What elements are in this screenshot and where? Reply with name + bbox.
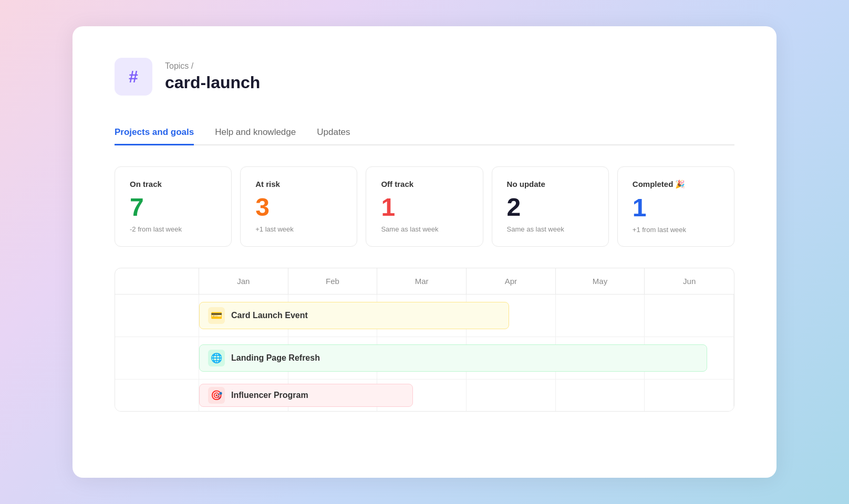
at-risk-sub: +1 last week bbox=[255, 225, 342, 233]
gantt-month-feb: Feb bbox=[288, 268, 378, 294]
tab-help[interactable]: Help and knowledge bbox=[215, 121, 296, 145]
gantt-chart: Jan Feb Mar Apr May Jun 💳 Card Launch Ev… bbox=[115, 268, 734, 412]
at-risk-label: At risk bbox=[255, 180, 342, 188]
influencer-name: Influencer Program bbox=[231, 391, 308, 400]
page-header: # Topics / card-launch bbox=[115, 58, 734, 96]
gantt-row-influencer[interactable]: 🎯 Influencer Program bbox=[115, 380, 734, 411]
landing-page-name: Landing Page Refresh bbox=[231, 353, 320, 363]
status-card-at-risk: At risk 3 +1 last week bbox=[240, 166, 357, 247]
completed-label: Completed 🎉 bbox=[633, 180, 719, 189]
gantt-row-card-launch[interactable]: 💳 Card Launch Event bbox=[115, 295, 734, 337]
gantt-month-apr: Apr bbox=[467, 268, 556, 294]
card-launch-name: Card Launch Event bbox=[231, 311, 308, 320]
off-track-number: 1 bbox=[381, 195, 468, 220]
status-cards-container: On track 7 -2 from last week At risk 3 +… bbox=[115, 166, 734, 247]
gantt-month-may: May bbox=[556, 268, 645, 294]
influencer-icon: 🎯 bbox=[208, 387, 225, 404]
at-risk-number: 3 bbox=[255, 195, 342, 220]
header-text: Topics / card-launch bbox=[165, 61, 260, 92]
no-update-number: 2 bbox=[507, 195, 594, 220]
topic-icon: # bbox=[115, 58, 152, 96]
gantt-row-label-cell bbox=[115, 295, 199, 337]
completed-sub: +1 from last week bbox=[633, 226, 719, 234]
status-card-no-update: No update 2 Same as last week bbox=[492, 166, 609, 247]
completed-number: 1 bbox=[633, 195, 719, 220]
gantt-header: Jan Feb Mar Apr May Jun bbox=[115, 268, 734, 295]
gantt-month-jan: Jan bbox=[199, 268, 288, 294]
gantt-bar-landing-page[interactable]: 🌐 Landing Page Refresh bbox=[199, 344, 707, 372]
off-track-label: Off track bbox=[381, 180, 468, 188]
on-track-number: 7 bbox=[130, 195, 216, 220]
gantt-month-jun: Jun bbox=[645, 268, 734, 294]
breadcrumb: Topics / bbox=[165, 61, 260, 71]
off-track-sub: Same as last week bbox=[381, 225, 468, 233]
page-title: card-launch bbox=[165, 73, 260, 92]
card-launch-icon: 💳 bbox=[208, 307, 225, 324]
no-update-sub: Same as last week bbox=[507, 225, 594, 233]
status-card-off-track: Off track 1 Same as last week bbox=[366, 166, 483, 247]
landing-page-icon: 🌐 bbox=[208, 350, 225, 366]
gantt-row-landing-page[interactable]: 🌐 Landing Page Refresh bbox=[115, 337, 734, 380]
on-track-label: On track bbox=[130, 180, 216, 188]
gantt-header-empty bbox=[115, 268, 199, 294]
no-update-label: No update bbox=[507, 180, 594, 188]
tab-bar: Projects and goals Help and knowledge Up… bbox=[115, 121, 734, 145]
gantt-bar-influencer[interactable]: 🎯 Influencer Program bbox=[199, 384, 413, 407]
gantt-month-mar: Mar bbox=[377, 268, 467, 294]
gantt-bar-card-launch[interactable]: 💳 Card Launch Event bbox=[199, 302, 509, 329]
status-card-completed: Completed 🎉 1 +1 from last week bbox=[617, 166, 734, 247]
main-card: # Topics / card-launch Projects and goal… bbox=[73, 26, 776, 478]
tab-projects[interactable]: Projects and goals bbox=[115, 121, 194, 145]
tab-updates[interactable]: Updates bbox=[317, 121, 350, 145]
status-card-on-track: On track 7 -2 from last week bbox=[115, 166, 232, 247]
on-track-sub: -2 from last week bbox=[130, 225, 216, 233]
